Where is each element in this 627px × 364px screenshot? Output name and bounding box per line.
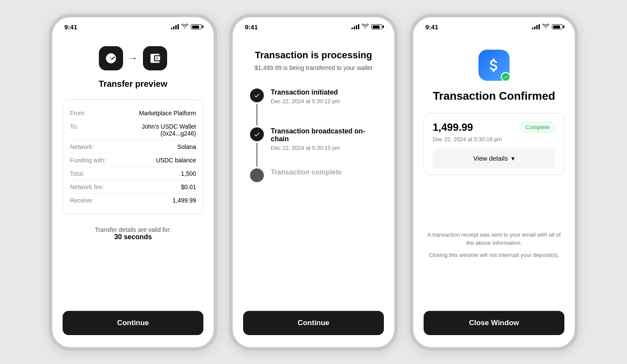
footer-notes: A transaction receipt was sent to your e… [424, 231, 564, 267]
timeline-dot-2 [250, 127, 264, 141]
view-details-label: View details [473, 155, 508, 162]
transfer-arrow: → [128, 53, 138, 64]
timeline-dot-3 [250, 168, 264, 182]
confirmed-green-badge [501, 72, 510, 82]
timeline-event-date-1: Dec 22, 2024 at 5:30:12 pm [271, 98, 340, 104]
transaction-timeline: Transaction initiated Dec 22, 2024 at 5:… [243, 89, 384, 195]
amount-card: 1,499.99 Complete Dec 22, 2024 at 5:30:1… [424, 113, 564, 175]
phone-confirmed: 9:41 [410, 14, 578, 351]
timeline-content-3: Transaction complete [271, 168, 342, 195]
processing-title: Transaction is processing [243, 50, 384, 61]
detail-from: From: Marketplace Platform [70, 107, 196, 120]
continue-button-2[interactable]: Continue [243, 311, 384, 335]
timeline-left-2 [250, 127, 264, 168]
detail-to-label: To: [70, 123, 78, 130]
detail-receive-label: Receive: [70, 197, 93, 204]
status-time-3: 9:41 [425, 23, 438, 31]
chevron-down-icon: ▾ [511, 155, 515, 162]
status-icons-1 [171, 24, 202, 30]
detail-network: Network: Solana [70, 140, 196, 154]
detail-funding-value: USDC balance [156, 157, 196, 164]
status-icons-3 [532, 24, 563, 30]
wifi-icon-2 [362, 24, 369, 30]
confirmed-title: Transaction Confirmed [424, 89, 564, 103]
timeline-left-3 [250, 168, 264, 195]
status-time-2: 9:41 [245, 23, 258, 31]
status-bar-3: 9:41 [413, 17, 575, 34]
confirmed-icon-wrapper [424, 50, 564, 81]
detail-total-label: Total: [70, 170, 84, 177]
detail-funding: Funding with: USDC balance [70, 154, 196, 167]
timeline-item-1: Transaction initiated Dec 22, 2024 at 5:… [250, 89, 377, 127]
timeline-item-3: Transaction complete [250, 168, 377, 195]
detail-fee-value: $0.01 [181, 184, 196, 190]
signal-icon-1 [171, 24, 179, 29]
detail-network-value: Solana [177, 143, 196, 150]
confirmed-date: Dec 22, 2024 at 5:30:18 pm [433, 136, 555, 142]
transfer-title: Transfer preview [63, 79, 203, 89]
source-icon [99, 46, 123, 70]
battery-icon-1 [191, 24, 202, 29]
detail-fee-label: Network fee: [70, 184, 104, 190]
timeline-event-date-2: Dec 22, 2024 at 5:30:15 pm [271, 145, 377, 151]
timeline-event-title-3: Transaction complete [271, 168, 342, 176]
phone1-content: → Transfer preview From: Marketplace Pla… [52, 34, 214, 347]
processing-subtitle: $1,499.99 is being transferred to your w… [243, 64, 384, 71]
validity-duration: 30 seconds [63, 233, 203, 241]
transfer-icons: → [63, 46, 203, 70]
view-details-button[interactable]: View details ▾ [433, 149, 555, 168]
phones-container: 9:41 [49, 14, 578, 351]
complete-badge: Complete [520, 122, 555, 133]
wifi-icon-1 [181, 24, 188, 30]
detail-network-label: Network: [70, 143, 94, 150]
validity-container: Transfer details are valid for: 30 secon… [63, 226, 203, 241]
timeline-event-title-1: Transaction initiated [271, 89, 340, 96]
detail-to: To: John's USDC Wallet (0x24...g246) [70, 120, 196, 140]
signal-icon-2 [352, 24, 359, 29]
timeline-left-1 [250, 89, 264, 127]
detail-fee: Network fee: $0.01 [70, 180, 196, 194]
phone3-content: Transaction Confirmed 1,499.99 Complete … [413, 34, 575, 347]
phone2-content: Transaction is processing $1,499.99 is b… [233, 34, 394, 347]
timeline-content-1: Transaction initiated Dec 22, 2024 at 5:… [271, 89, 340, 127]
detail-funding-label: Funding with: [70, 157, 106, 164]
close-window-button[interactable]: Close Window [424, 311, 564, 335]
confirmed-amount: 1,499.99 [433, 121, 473, 133]
timeline-item-2: Transaction broadcasted on-chain Dec 22,… [250, 127, 377, 168]
wifi-icon-3 [542, 24, 549, 30]
detail-total: Total: 1,500 [70, 167, 196, 180]
detail-receive-value: 1,499.99 [173, 197, 196, 204]
battery-icon-2 [371, 24, 382, 29]
timeline-dot-1 [250, 89, 264, 102]
status-bar-2: 9:41 [233, 17, 394, 34]
transfer-details-card: From: Marketplace Platform To: John's US… [63, 99, 203, 214]
confirmed-icon [478, 50, 510, 81]
receipt-note: A transaction receipt was sent to your e… [424, 231, 564, 247]
detail-receive: Receive: 1,499.99 [70, 194, 196, 207]
timeline-line-1 [256, 104, 257, 126]
status-icons-2 [352, 24, 382, 30]
detail-total-value: 1,500 [181, 170, 196, 177]
continue-button-1[interactable]: Continue [63, 311, 203, 335]
closing-note: Closing this window will not interrupt y… [424, 251, 564, 260]
phone-processing: 9:41 [229, 14, 398, 351]
detail-to-value: John's USDC Wallet (0x24...g246) [114, 123, 196, 137]
destination-icon [143, 46, 167, 70]
phone-transfer-preview: 9:41 [49, 14, 217, 351]
signal-icon-3 [532, 24, 540, 29]
status-bar-1: 9:41 [52, 17, 214, 34]
amount-row: 1,499.99 Complete [433, 121, 555, 133]
timeline-content-2: Transaction broadcasted on-chain Dec 22,… [271, 127, 377, 168]
timeline-line-2 [256, 143, 257, 167]
timeline-event-title-2: Transaction broadcasted on-chain [271, 127, 377, 143]
battery-icon-3 [552, 24, 563, 29]
detail-from-label: From: [70, 110, 86, 117]
status-time-1: 9:41 [64, 23, 77, 31]
validity-label: Transfer details are valid for: [95, 226, 171, 233]
detail-from-value: Marketplace Platform [139, 110, 196, 117]
